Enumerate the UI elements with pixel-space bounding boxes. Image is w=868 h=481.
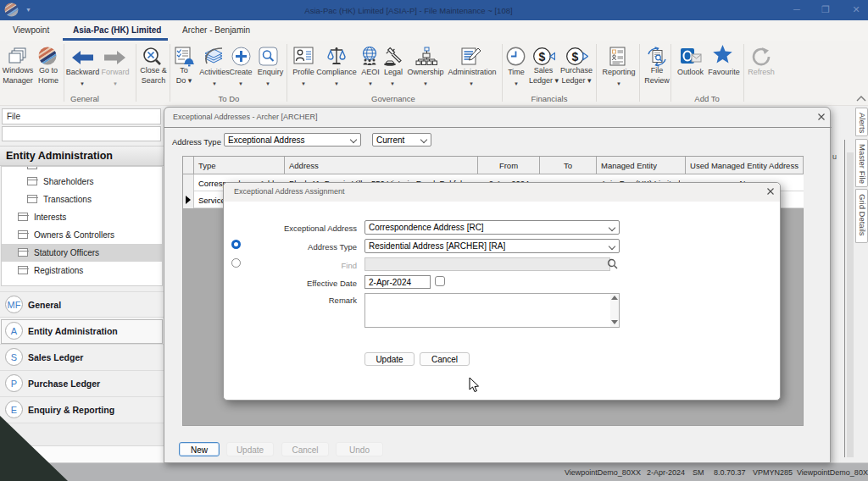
svg-text:$: $	[539, 50, 546, 64]
svg-text:$: $	[572, 50, 579, 64]
